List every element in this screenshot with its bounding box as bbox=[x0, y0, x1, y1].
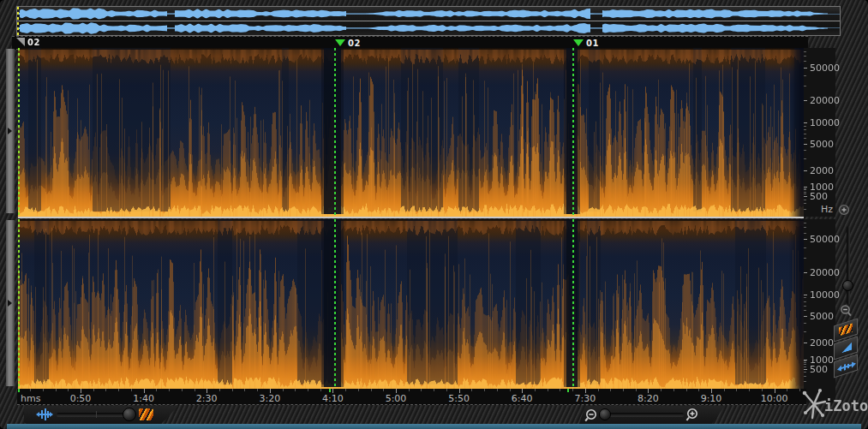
frequency-axis-right[interactable]: 500002000010000500020001000500 bbox=[804, 219, 835, 402]
region-start-label: 02 bbox=[27, 38, 40, 47]
region-start-flag-icon[interactable] bbox=[16, 38, 25, 46]
frequency-tick-label: 2000 bbox=[810, 337, 834, 349]
slider-center-notch bbox=[96, 411, 97, 418]
time-tick-label: 5:50 bbox=[440, 393, 478, 404]
waveform-triangle-icon bbox=[841, 343, 852, 354]
time-zoom-out-icon[interactable] bbox=[584, 408, 599, 422]
time-tick-label: 1:40 bbox=[125, 393, 163, 404]
frequency-tick-label: 50000 bbox=[810, 63, 840, 74]
frequency-tick-label: 20000 bbox=[810, 267, 840, 278]
channel-handle-right[interactable] bbox=[6, 220, 15, 386]
frequency-tick-label: 20000 bbox=[810, 95, 840, 106]
time-tick-label: 8:20 bbox=[629, 393, 667, 404]
channel-divider[interactable] bbox=[18, 217, 804, 218]
izotope-logo-text: iZotope bbox=[824, 397, 868, 414]
channel-handle-left[interactable] bbox=[6, 49, 15, 213]
frequency-tick-label: 10000 bbox=[810, 117, 840, 128]
time-zoom-knob[interactable] bbox=[599, 408, 611, 420]
display-blend-knob[interactable] bbox=[123, 408, 136, 421]
frequency-unit-label: Hz bbox=[821, 204, 833, 215]
triangle-right-icon bbox=[8, 128, 12, 134]
frequency-tick-label: 500 bbox=[810, 364, 828, 375]
frequency-tick-label: 5000 bbox=[810, 139, 834, 150]
bottom-edge-strip bbox=[7, 424, 861, 429]
time-tick-label: 5:00 bbox=[377, 393, 415, 404]
time-zoom-in-icon[interactable] bbox=[685, 408, 700, 422]
overview-selection-start-line bbox=[17, 7, 19, 35]
waveform-view-icon[interactable] bbox=[36, 408, 53, 420]
time-tick-label: 6:40 bbox=[503, 393, 541, 404]
frequency-zoom-knob[interactable] bbox=[842, 280, 853, 291]
cue-marker-label: 02 bbox=[348, 39, 361, 48]
cue-marker-label: 01 bbox=[586, 39, 599, 48]
time-ruler[interactable]: hms 0:501:402:303:204:105:005:506:407:30… bbox=[17, 389, 806, 405]
frequency-tick-label: 2000 bbox=[810, 165, 834, 176]
time-tick-label: 10:00 bbox=[756, 393, 793, 404]
frequency-zoom-in-icon[interactable] bbox=[838, 204, 851, 217]
time-tick-label: 0:50 bbox=[62, 393, 99, 404]
spectrogram-view-icon[interactable] bbox=[139, 408, 153, 420]
time-tick-label: 9:10 bbox=[692, 393, 730, 404]
time-zoom-slider[interactable] bbox=[600, 413, 684, 416]
frequency-tick-label: 500 bbox=[810, 191, 828, 202]
time-tick-label: 7:30 bbox=[566, 393, 604, 404]
fit-arrows-icon bbox=[837, 359, 856, 374]
time-tick-label: 2:30 bbox=[188, 393, 225, 404]
spectrogram-channel-left[interactable] bbox=[18, 48, 804, 217]
frequency-tick-label: 5000 bbox=[810, 311, 834, 322]
time-tick-label: 4:10 bbox=[314, 393, 351, 404]
frequency-axis-left[interactable]: Hz 500002000010000500020001000500 bbox=[804, 48, 835, 217]
spectrogram-channel-right[interactable] bbox=[18, 219, 804, 390]
time-unit-label: hms bbox=[21, 393, 40, 404]
frequency-zoom-slider[interactable] bbox=[847, 226, 850, 305]
frequency-tick-label: 10000 bbox=[810, 289, 840, 301]
frequency-tick-label: 50000 bbox=[810, 234, 840, 245]
triangle-right-icon bbox=[8, 300, 12, 307]
overview-waveform-canvas[interactable] bbox=[17, 7, 840, 35]
waveform-overview[interactable] bbox=[16, 6, 841, 36]
spectrogram-icon bbox=[839, 323, 853, 336]
rx-editor-window: 02 02 01 Hz 5000020000100005000200010005… bbox=[0, 0, 868, 429]
time-tick-label: 3:20 bbox=[251, 393, 289, 404]
cue-marker-icon bbox=[335, 39, 345, 46]
cue-marker-icon bbox=[573, 39, 584, 46]
frequency-zoom-out-icon[interactable] bbox=[839, 304, 853, 319]
